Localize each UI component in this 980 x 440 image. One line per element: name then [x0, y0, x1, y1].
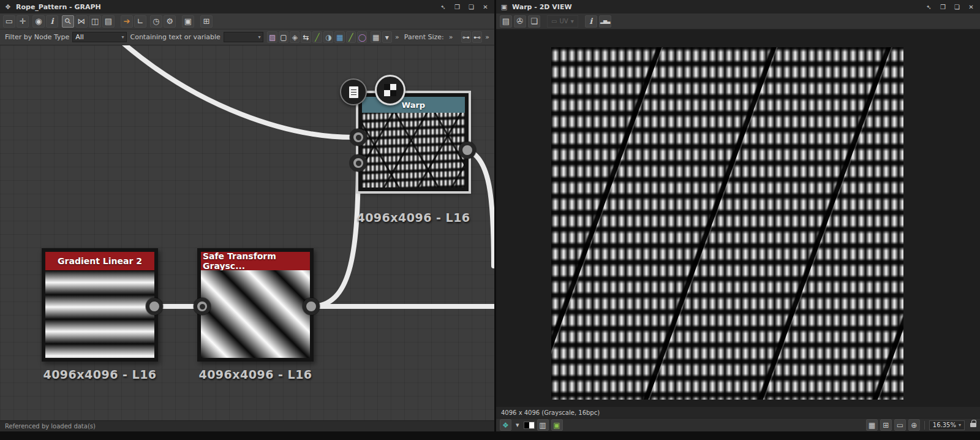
chevron-down-icon: ▾: [254, 34, 260, 40]
transform-badge[interactable]: [375, 75, 405, 105]
background-swatch[interactable]: [524, 422, 535, 429]
filter-blend-icon[interactable]: ◈: [290, 31, 300, 43]
view-toolbar: ▤ ✇ ❏ ▭ UV ▾ i ▂▅▃: [496, 13, 980, 29]
document-icon: [349, 86, 358, 98]
information-icon[interactable]: i: [585, 15, 597, 28]
chevron-down-icon: ▾: [118, 34, 124, 40]
uv-mode-group[interactable]: ▭ UV ▾: [547, 15, 578, 28]
maximize-window-icon[interactable]: ❏: [466, 2, 477, 12]
close-icon[interactable]: ✕: [480, 2, 491, 12]
warp-output-port[interactable]: [459, 142, 476, 159]
node-warp-title: Warp: [402, 101, 425, 110]
copy-icon[interactable]: ❏: [528, 15, 540, 28]
pixel-grid-icon[interactable]: ⊞: [880, 419, 892, 431]
containing-text-select[interactable]: ▾: [224, 32, 264, 42]
transform-mode-icon: ▭: [551, 18, 557, 25]
elbow-links-icon[interactable]: ∟: [134, 15, 146, 28]
view-panel-icon: ▣: [500, 3, 508, 11]
graph-canvas[interactable]: Warp Gradient Linear 2 Safe Transform Gr…: [0, 45, 494, 420]
close-icon[interactable]: ✕: [966, 2, 976, 12]
graph-toolbar: ▭ ✛ ◉ i ⚲ ⋈ ◫ ▤ ➔ ∟ ◷ ⚙ ▣ ⊞: [0, 13, 494, 29]
wire-warp-output[interactable]: [467, 150, 494, 266]
parent-size-label: Parent Size:: [404, 33, 444, 41]
tools-icon[interactable]: ⚙: [164, 15, 176, 28]
color-preview-icon[interactable]: ▣: [551, 419, 563, 431]
graph-statusbar: Referenced by loaded data(s): [0, 420, 494, 431]
filter-uniform-color-icon[interactable]: ▢: [279, 31, 288, 43]
histogram-icon[interactable]: ▂▅▃: [599, 15, 611, 28]
parent-size-chevron[interactable]: »: [449, 33, 453, 41]
checkerboard-icon: [384, 84, 396, 96]
graph-titlebar: ❖ Rope_Pattern - GRAPH ➴ ❐ ❏ ✕: [0, 0, 494, 13]
view-2d-viewport[interactable]: [496, 29, 980, 407]
grid-display-icon[interactable]: ▦: [371, 31, 380, 43]
wire-to-warp-input1[interactable]: [120, 45, 357, 137]
texture-info-text: 4096 x 4096 (Grayscale, 16bpc): [501, 409, 600, 416]
node-gradient-header: Gradient Linear 2: [45, 252, 154, 270]
output-usage-badge[interactable]: [340, 78, 367, 105]
link-mode-a-icon[interactable]: ⊶: [461, 31, 471, 43]
node-safe-transform-title: Safe Transform Graysc...: [203, 252, 308, 270]
straight-links-icon[interactable]: ➔: [121, 15, 133, 28]
graph-panel-title: Rope_Pattern - GRAPH: [16, 3, 101, 11]
insert-node-on-link-icon[interactable]: ⋈: [75, 15, 88, 28]
warp-size-label: 4096x4096 - L16: [340, 211, 487, 224]
thumbnail-display-icon[interactable]: ▣: [182, 15, 194, 28]
export-image-icon[interactable]: ▤: [500, 15, 512, 28]
lock-icon[interactable]: [970, 423, 976, 427]
view-titlebar: ▣ Warp - 2D VIEW ➴ ❐ ❏ ✕: [496, 0, 980, 13]
zoom-tool-icon[interactable]: ⚲: [62, 15, 74, 28]
view-panel-title: Warp - 2D VIEW: [512, 3, 572, 11]
dropdown-mini-icon[interactable]: ▾: [382, 31, 392, 43]
fit-screen-icon[interactable]: ▭: [894, 419, 906, 431]
safe-transform-input-port[interactable]: [194, 298, 211, 315]
channels-stack-icon[interactable]: ❖: [500, 419, 511, 431]
node-safe-transform-header: Safe Transform Graysc...: [201, 252, 310, 270]
center-view-icon[interactable]: ⊕: [908, 419, 920, 431]
safe-transform-size-label: 4096x4096 - L16: [185, 368, 326, 381]
filter-node-type-select[interactable]: All ▾: [72, 32, 127, 42]
marquee-select-icon[interactable]: ▭: [3, 15, 15, 28]
overflow-chevron[interactable]: »: [485, 33, 489, 41]
tiling-icon[interactable]: ▦: [866, 419, 878, 431]
node-warp[interactable]: Warp: [358, 93, 469, 191]
filter-slope-icon[interactable]: ╱: [346, 31, 356, 43]
safe-transform-output-port[interactable]: [303, 298, 320, 315]
material-mode-icon[interactable]: ◫: [89, 15, 101, 28]
filter-fxmap-icon[interactable]: ◯: [357, 31, 367, 43]
maximize-window-icon[interactable]: ❏: [952, 2, 962, 12]
filter-atlas-icon[interactable]: ▦: [334, 31, 344, 43]
uv-mode-label: UV: [559, 18, 568, 25]
zoom-level-control[interactable]: 16.35% ▾: [929, 420, 965, 430]
more-tools-chevron[interactable]: »: [395, 33, 399, 41]
link-mode-b-icon[interactable]: ⊷: [472, 31, 482, 43]
pin-icon[interactable]: ➴: [438, 2, 448, 12]
warp-input-port-2[interactable]: [350, 154, 367, 172]
wire-to-warp-input2[interactable]: [311, 167, 358, 306]
node-safe-transform[interactable]: Safe Transform Graysc...: [197, 248, 314, 362]
filter-node-type-label: Filter by Node Type: [5, 33, 69, 41]
filter-switch-icon[interactable]: ⇆: [301, 31, 311, 43]
containing-text-label: Containing text or variable: [130, 33, 220, 41]
frame-icon[interactable]: ⊞: [200, 15, 213, 28]
filter-sphere-icon[interactable]: ◑: [323, 31, 333, 43]
warp-input-port-1[interactable]: [350, 129, 367, 146]
save-icon[interactable]: ✇: [514, 15, 526, 28]
restore-window-icon[interactable]: ❐: [452, 2, 462, 12]
info-tool-icon[interactable]: i: [46, 15, 58, 28]
filter-curve-icon[interactable]: ╱: [312, 31, 322, 43]
timing-icon[interactable]: ◷: [150, 15, 162, 28]
move-tool-icon[interactable]: ✛: [17, 15, 29, 28]
restore-window-icon[interactable]: ❐: [938, 2, 948, 12]
screenshot-icon[interactable]: ◉: [32, 15, 45, 28]
gradient-output-port[interactable]: [146, 298, 163, 315]
node-gradient-linear-2[interactable]: Gradient Linear 2: [42, 248, 158, 362]
pin-icon[interactable]: ➴: [924, 2, 934, 12]
channels-dropdown-icon[interactable]: ▾: [516, 421, 519, 429]
graph-filter-bar: Filter by Node Type All ▾ Containing tex…: [0, 29, 494, 45]
filter-bitmap-icon[interactable]: ▨: [267, 31, 277, 43]
warp-texture-preview[interactable]: [551, 47, 903, 400]
compact-display-icon[interactable]: ▤: [102, 15, 115, 28]
channel-stripes-icon[interactable]: ▥: [537, 419, 549, 431]
filter-node-type-value: All: [75, 33, 84, 41]
